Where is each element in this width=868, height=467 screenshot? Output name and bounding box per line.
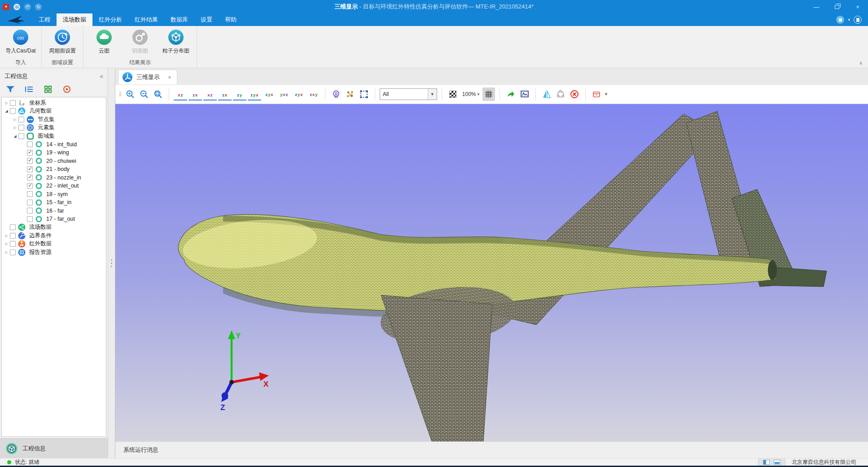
tree-checkbox[interactable] [10, 224, 16, 230]
tree-row[interactable]: ▷报告资源 [2, 248, 106, 257]
tree-expander-icon[interactable]: ▷ [4, 242, 9, 246]
package-caret-icon[interactable]: ▼ [604, 92, 608, 96]
layout-bottom-panel-icon[interactable] [774, 460, 780, 465]
menu-item-流场数据[interactable]: 流场数据 [57, 13, 92, 26]
ribbon-button-周期面设置[interactable]: 周期面设置 [45, 28, 79, 55]
view-orientation-xz-icon[interactable]: xz [174, 88, 187, 100]
tree-row[interactable]: ▷红外数据 [2, 240, 106, 249]
tree-expander-icon[interactable]: ▷ [4, 101, 9, 105]
tree-row[interactable]: ◢面域集 [2, 132, 106, 140]
zoom-fit-icon[interactable] [152, 87, 164, 101]
tree-checkbox[interactable] [27, 175, 33, 180]
display-filter-dropdown[interactable]: All▼ [380, 88, 437, 100]
menu-item-工程[interactable]: 工程 [32, 13, 57, 26]
tree-row[interactable]: 16 - far [2, 207, 106, 215]
menu-item-红外分析[interactable]: 红外分析 [92, 13, 128, 26]
tree-checkbox[interactable] [27, 150, 33, 156]
view-orientation-zyx-icon[interactable]: zyx [248, 88, 261, 100]
explode-icon[interactable] [344, 87, 356, 101]
tree-row[interactable]: ▷边界条件 [2, 231, 106, 240]
menu-item-红外结果[interactable]: 红外结果 [128, 13, 164, 26]
tree-expander-icon[interactable]: ▷ [12, 118, 18, 122]
package-icon[interactable] [590, 87, 603, 101]
tab-close-icon[interactable]: × [168, 74, 171, 81]
tab-3d-display[interactable]: 三维显示 × [118, 70, 177, 84]
view-orientation-zyx-icon[interactable]: zyx [263, 88, 276, 100]
tree-row[interactable]: 19 - wing [2, 148, 106, 157]
tree-row[interactable]: 15 - far_in [2, 198, 106, 207]
help-book-icon[interactable] [854, 16, 862, 24]
tree-checkbox[interactable] [27, 208, 33, 214]
tree-checkbox[interactable] [27, 183, 33, 189]
grid-squares-icon[interactable] [43, 84, 53, 94]
menu-item-数据库[interactable]: 数据库 [164, 13, 194, 26]
viewport-3d[interactable]: Y X Z [115, 104, 868, 441]
tree-checkbox[interactable] [27, 141, 33, 147]
layout-left-panel-icon[interactable] [763, 460, 770, 465]
filter-icon[interactable] [5, 84, 15, 94]
tree-checkbox[interactable] [10, 241, 16, 247]
target-icon[interactable] [62, 84, 72, 94]
tree-checkbox[interactable] [27, 216, 33, 222]
menu-item-帮助[interactable]: 帮助 [219, 13, 243, 26]
remove-red-icon[interactable] [568, 87, 581, 101]
mirror-icon[interactable] [540, 87, 553, 101]
ribbon-button-云图[interactable]: 云图 [87, 28, 121, 55]
transparency-checker-icon[interactable] [447, 87, 459, 101]
select-rect-icon[interactable] [358, 87, 370, 101]
tree-row[interactable]: ◢几何数据 [2, 107, 106, 116]
tree-checkbox[interactable] [27, 166, 33, 172]
menu-item-设置[interactable]: 设置 [194, 13, 219, 26]
rotate-center-icon[interactable] [554, 87, 567, 101]
ribbon-button-粒子分布图[interactable]: 粒子分布图 [159, 28, 193, 55]
panel-collapse-button[interactable]: < [100, 73, 103, 80]
minimize-button[interactable]: — [806, 0, 827, 13]
tree-checkbox[interactable] [27, 191, 33, 197]
view-orientation-zx-icon[interactable]: zx [218, 88, 232, 100]
camera-icon[interactable] [330, 87, 342, 101]
tree-row[interactable]: 18 - sym [2, 190, 106, 199]
view-orientation-xz-icon[interactable]: xz [203, 88, 217, 100]
tree-row[interactable]: 20 - chuiwei [2, 157, 106, 166]
restore-button[interactable] [827, 0, 847, 13]
tree-row[interactable]: ▷元素集 [2, 124, 106, 132]
view-orientation-yxz-icon[interactable]: yxz [277, 88, 291, 100]
list-indent-icon[interactable] [24, 84, 34, 94]
panel-footer-project-info[interactable]: 工程信息 [0, 438, 108, 458]
close-button[interactable]: × [847, 0, 868, 13]
view-orientation-zxy-icon[interactable]: zxy [307, 88, 320, 100]
toolbar-drag-handle[interactable]: ‖ [119, 91, 121, 98]
panel-splitter[interactable] [108, 68, 115, 458]
zoom-in-icon[interactable] [124, 87, 136, 101]
tree-expander-icon[interactable]: ▷ [4, 250, 9, 254]
tree-expander-icon[interactable]: ▷ [12, 126, 18, 130]
snapshot-icon[interactable] [518, 87, 531, 101]
tree-checkbox[interactable] [10, 108, 16, 114]
dropdown-arrow-icon[interactable]: ▼ [428, 89, 437, 100]
zoom-level-dropdown[interactable]: 100%▾ [460, 91, 481, 97]
tree-row[interactable]: 14 - int_fluid [2, 140, 106, 149]
tree-checkbox[interactable] [10, 100, 16, 106]
tree-row[interactable]: ▷节点集 [2, 115, 106, 124]
mesh-grid-icon[interactable] [482, 87, 495, 101]
tree-checkbox[interactable] [18, 125, 24, 131]
zoom-out-icon[interactable] [138, 87, 150, 101]
ribbon-button-导入Cas/Dat[interactable]: cas导入Cas/Dat [4, 28, 38, 55]
tree-checkbox[interactable] [10, 249, 16, 255]
tree-checkbox[interactable] [27, 158, 33, 164]
dropdown-caret-icon[interactable]: ▾ [848, 17, 850, 22]
tree-row[interactable]: 21 - body [2, 165, 106, 174]
view-orientation-zx-icon[interactable]: zx [189, 88, 202, 100]
new-document-icon[interactable]: ▤ [13, 4, 20, 10]
tree-checkbox[interactable] [18, 133, 24, 139]
tree-expander-icon[interactable]: ◢ [12, 134, 18, 138]
tree-expander-icon[interactable]: ◢ [4, 109, 9, 113]
tree-expander-icon[interactable]: ▷ [4, 234, 9, 238]
tree-checkbox[interactable] [27, 200, 33, 205]
tree-checkbox[interactable] [10, 233, 16, 239]
view-orientation-zyx-icon[interactable]: zyx [292, 88, 306, 100]
undo-icon[interactable]: ↶ [24, 4, 31, 10]
tree-row[interactable]: 22 - inlet_out [2, 182, 106, 190]
redo-icon[interactable]: ↻ [35, 4, 42, 10]
export-arrow-icon[interactable] [504, 87, 517, 101]
